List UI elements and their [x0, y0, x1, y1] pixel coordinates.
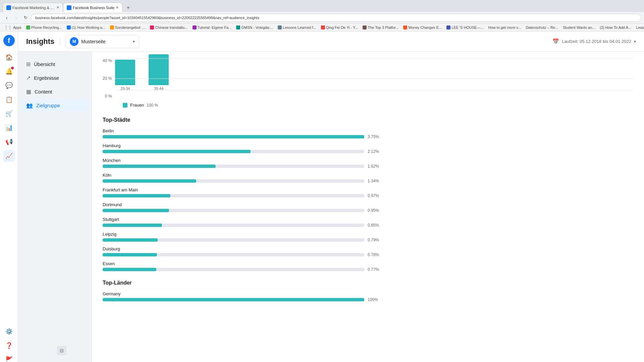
alert-icon[interactable]: 🔔	[3, 65, 15, 77]
bookmark-item-3[interactable]: Sonderangebot: ...	[109, 25, 147, 30]
page-selector[interactable]: M Musterseite ▾	[65, 35, 139, 48]
chart-legend: Frauen 100 %	[123, 103, 633, 108]
city-row: Hamburg 2.12%	[103, 143, 633, 154]
nav-bar: ‹ › ↻ business.facebook.com/latest/insig…	[0, 12, 644, 23]
tab-2-close[interactable]: ✕	[116, 5, 119, 10]
header-divider	[60, 38, 60, 46]
top-header: Insights M Musterseite ▾ 📅 Laufzeit: 05.…	[18, 32, 644, 52]
city-row: Leipzig 0.79%	[103, 232, 633, 242]
reload-button[interactable]: ↻	[21, 14, 30, 22]
bookmark-item-2[interactable]: (1) How Working a...	[65, 25, 107, 30]
date-range-text: Laufzeit: 05.12.2018 bis 04.01.2022	[562, 39, 631, 44]
city-row: Duisburg 0.78%	[103, 246, 633, 257]
bar-35-44: 35-44	[149, 54, 169, 90]
y-label-0: 0 %	[105, 94, 112, 99]
tab-1[interactable]: Facebook Marketing & Werbe... ✕	[3, 3, 63, 12]
y-label-20: 20 %	[103, 76, 112, 81]
bookmark-item-10[interactable]: Money Changes E...	[402, 25, 443, 30]
help-icon[interactable]: ❓	[3, 340, 15, 352]
browser-chrome: Facebook Marketing & Werbe... ✕ Facebook…	[0, 0, 644, 32]
chart-container: 40 % 20 % 0 %	[103, 52, 633, 108]
orders-icon[interactable]: 📋	[3, 94, 15, 106]
fb-logo: f	[3, 35, 15, 46]
shop-icon[interactable]: 🛒	[3, 108, 15, 120]
bookmark-item-7[interactable]: Lessons Learned f...	[276, 25, 318, 30]
chevron-down-icon: ▾	[133, 39, 135, 44]
forward-button[interactable]: ›	[12, 14, 20, 22]
page-selector-name: Musterseite	[81, 39, 130, 44]
ergebnisse-icon: ↗	[26, 75, 31, 81]
analytics-icon[interactable]: 📈	[3, 150, 15, 162]
catalog-icon[interactable]: 📊	[3, 122, 15, 134]
bar-25-34: 25-34	[115, 60, 135, 90]
sidebar-item-zielgruppe[interactable]: 👥 Zielgruppe	[21, 99, 89, 112]
bookmark-item-9[interactable]: The Top 3 Platfor...	[361, 25, 400, 30]
two-col: ⊞ Übersicht ↗ Ergebnisse ▦ Content 👥 Zie…	[18, 52, 644, 362]
ubersicht-icon: ⊞	[26, 61, 31, 67]
nav-sidebar: ⊞ Übersicht ↗ Ergebnisse ▦ Content 👥 Zie…	[18, 52, 92, 362]
new-tab-button[interactable]: +	[124, 3, 132, 12]
city-row: Berlin 3.75%	[103, 128, 633, 139]
bookmark-item-12[interactable]: How to get more v...	[487, 25, 523, 30]
city-rows: Berlin 3.75% Hamburg 2.12% München 1.62%…	[103, 128, 633, 272]
bookmark-item-5[interactable]: Tutorial: Eigene Fa...	[191, 25, 233, 30]
bookmark-item-15[interactable]: (2) How To Add A...	[598, 25, 633, 30]
top-cities-title: Top-Städte	[103, 117, 633, 123]
sidebar-item-ergebnisse[interactable]: ↗ Ergebnisse	[21, 71, 89, 84]
ads-icon[interactable]: 📢	[3, 136, 15, 148]
country-row: Germany 100%	[103, 291, 633, 302]
sidebar-item-ubersicht[interactable]: ⊞ Übersicht	[21, 58, 89, 71]
top-cities-section: Top-Städte Berlin 3.75% Hamburg 2.12% Mü…	[103, 117, 633, 272]
tab-bar: Facebook Marketing & Werbe... ✕ Facebook…	[0, 0, 644, 12]
settings-icon[interactable]: ⚙️	[3, 325, 15, 338]
page-selector-avatar: M	[70, 37, 78, 46]
bookmark-item-16[interactable]: Leaselite	[635, 25, 644, 30]
city-row: Frankfurt am Main 0.97%	[103, 187, 633, 198]
content-icon: ▦	[26, 88, 31, 95]
content-area: 40 % 20 % 0 %	[92, 52, 644, 362]
bookmark-item-14[interactable]: Student Wants an...	[561, 25, 596, 30]
flag-icon[interactable]: 🚩	[3, 354, 15, 362]
top-countries-title: Top-Länder	[103, 280, 633, 286]
bookmark-item-8[interactable]: Qing Fei De Yi - Y...	[320, 25, 360, 30]
city-row: München 1.62%	[103, 158, 633, 169]
address-bar[interactable]: business.facebook.com/latest/insights/pe…	[31, 14, 641, 22]
legend-label: Frauen	[130, 103, 144, 108]
calendar-icon: 📅	[552, 38, 559, 45]
city-row: Essen 0.77%	[103, 261, 633, 272]
left-sidebar: f 🏠 🔔 💬 📋 🛒 📊 📢 📈 ⚙️ ❓ 🚩	[0, 32, 18, 362]
bookmark-item-13[interactable]: Datenschutz – Re...	[524, 25, 559, 30]
top-countries-section: Top-Länder Germany 100%	[103, 280, 633, 302]
y-label-40: 40 %	[103, 58, 112, 63]
sidebar-item-content[interactable]: ▦ Content	[21, 85, 89, 98]
country-rows: Germany 100%	[103, 291, 633, 302]
legend-value: 100 %	[147, 103, 158, 108]
collapse-sidebar-button[interactable]: ⊟	[57, 346, 66, 355]
tab-1-close[interactable]: ✕	[56, 5, 59, 10]
apps-bookmark[interactable]: ⋮⋮ Apps	[3, 25, 23, 30]
date-range-display[interactable]: 📅 Laufzeit: 05.12.2018 bis 04.01.2022 ▾	[552, 38, 636, 45]
city-row: Stuttgart 0.85%	[103, 217, 633, 228]
home-icon[interactable]: 🏠	[3, 51, 15, 63]
zielgruppe-icon: 👥	[26, 102, 33, 109]
chevron-down-icon-date: ▾	[634, 39, 636, 44]
message-icon[interactable]: 💬	[3, 79, 15, 92]
main-content: Insights M Musterseite ▾ 📅 Laufzeit: 05.…	[18, 32, 644, 362]
city-row: Dortmund 0.95%	[103, 202, 633, 213]
tab-2[interactable]: Facebook Business Suite ✕	[63, 3, 122, 12]
bookmark-bar: ⋮⋮ Apps Phone Recycling... (1) How Worki…	[0, 23, 644, 32]
bookmark-item-4[interactable]: Chinese translatio...	[149, 25, 189, 30]
bookmark-item-6[interactable]: GMSN - Vologda:...	[235, 25, 274, 30]
bookmark-item-1[interactable]: Phone Recycling...	[25, 25, 63, 30]
back-button[interactable]: ‹	[3, 14, 11, 22]
app: f 🏠 🔔 💬 📋 🛒 📊 📢 📈 ⚙️ ❓ 🚩 Insights M Must…	[0, 32, 644, 362]
insights-title: Insights	[26, 37, 54, 46]
bookmark-item-11[interactable]: LEE 'S HOUSE—...	[445, 25, 485, 30]
city-row: Köln 1.34%	[103, 173, 633, 183]
